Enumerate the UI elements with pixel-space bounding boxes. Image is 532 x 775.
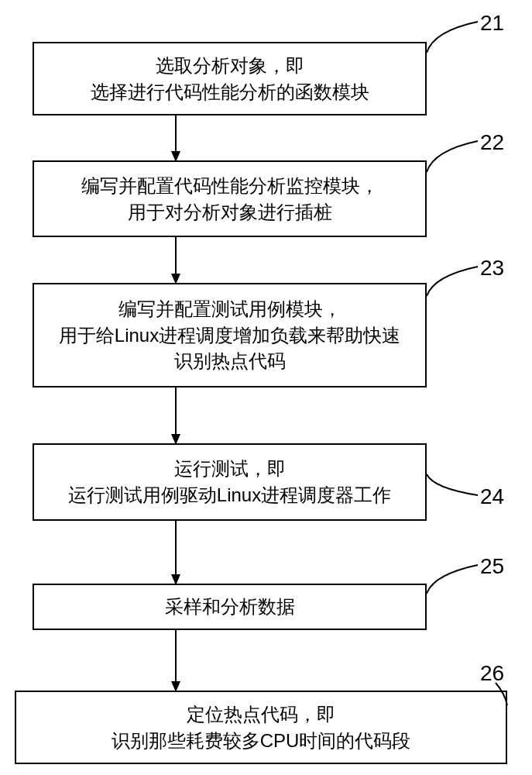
step-number-22: 22 — [480, 130, 504, 155]
connectors-svg — [0, 0, 532, 775]
step-box-26: 定位热点代码，即 识别那些耗费较多CPU时间的代码段 — [15, 691, 507, 764]
step-23-line3: 识别热点代码 — [174, 348, 286, 374]
step-22-line2: 用于对分析对象进行插桩 — [128, 199, 332, 226]
step-number-24: 24 — [480, 484, 504, 509]
step-26-line1: 定位热点代码，即 — [187, 701, 335, 728]
step-number-26: 26 — [480, 661, 504, 686]
step-21-line1: 选取分析对象，即 — [156, 53, 304, 79]
step-25-line1: 采样和分析数据 — [165, 594, 295, 620]
step-box-24: 运行测试，即 运行测试用例驱动Linux进程调度器工作 — [33, 443, 427, 521]
step-box-21: 选取分析对象，即 选择进行代码性能分析的函数模块 — [33, 42, 427, 115]
step-24-line1: 运行测试，即 — [174, 456, 286, 482]
step-number-23: 23 — [480, 256, 504, 281]
step-number-25: 25 — [480, 554, 504, 579]
step-number-21: 21 — [480, 11, 504, 36]
step-23-line2: 用于给Linux进程调度增加负载来帮助快速 — [59, 322, 400, 349]
step-26-line2: 识别那些耗费较多CPU时间的代码段 — [112, 728, 411, 754]
flowchart-canvas: 选取分析对象，即 选择进行代码性能分析的函数模块 编写并配置代码性能分析监控模块… — [0, 0, 532, 775]
step-21-line2: 选择进行代码性能分析的函数模块 — [91, 79, 369, 105]
step-23-line1: 编写并配置测试用例模块， — [118, 296, 342, 322]
step-24-line2: 运行测试用例驱动Linux进程调度器工作 — [68, 482, 391, 508]
step-box-25: 采样和分析数据 — [33, 584, 427, 630]
step-box-22: 编写并配置代码性能分析监控模块， 用于对分析对象进行插桩 — [33, 160, 427, 237]
step-box-23: 编写并配置测试用例模块， 用于给Linux进程调度增加负载来帮助快速 识别热点代… — [33, 283, 427, 388]
step-22-line1: 编写并配置代码性能分析监控模块， — [81, 173, 379, 199]
